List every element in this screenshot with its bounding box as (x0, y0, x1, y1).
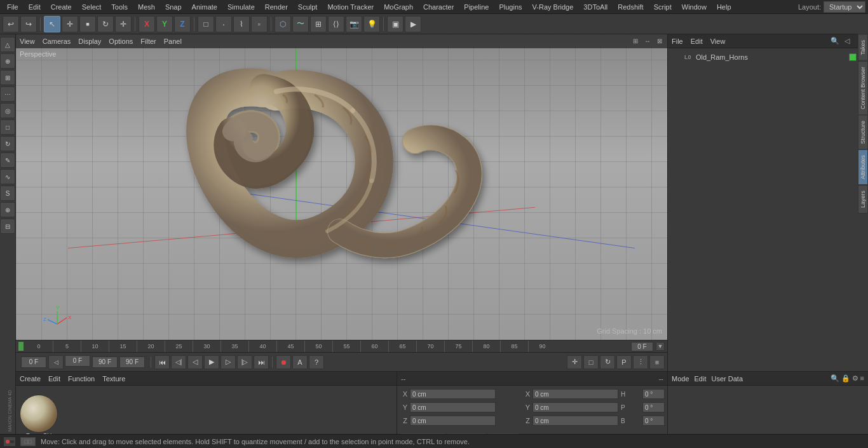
menu-select[interactable]: Select (78, 2, 106, 12)
transform-tool-button[interactable]: ✛ (115, 16, 132, 32)
right-tab-takes[interactable]: Takes (858, 34, 868, 61)
menu-3dtoall[interactable]: 3DToAll (579, 2, 612, 12)
right-tab-structure[interactable]: Structure (858, 115, 868, 150)
menu-redshift[interactable]: Redshift (613, 2, 648, 12)
vp-menu-view[interactable]: View (20, 37, 35, 45)
menu-sculpt[interactable]: Sculpt (294, 2, 322, 12)
move-tool-button[interactable]: ✛ (62, 16, 78, 32)
menu-help[interactable]: Help (712, 2, 736, 12)
menu-pipeline[interactable]: Pipeline (459, 2, 493, 12)
sidebar-btn-10[interactable]: S (0, 186, 15, 201)
axis-x-button[interactable]: X (139, 16, 155, 32)
transport-grid-tool[interactable]: ⋮ (633, 355, 648, 369)
points-mode-button[interactable]: · (215, 16, 232, 32)
menu-tools[interactable]: Tools (107, 2, 132, 12)
sidebar-btn-11[interactable]: ⊕ (0, 202, 15, 217)
sidebar-btn-5[interactable]: ◎ (0, 103, 15, 118)
transport-next-btn[interactable]: ▷ (220, 355, 236, 369)
vp-menu-panel[interactable]: Panel (164, 37, 182, 45)
attrs-header-userdata[interactable]: User Data (712, 375, 743, 383)
mat-header-function[interactable]: Function (68, 375, 95, 383)
vp-icon-3[interactable]: ⊠ (654, 36, 665, 46)
attrs-menu-icon[interactable]: ≡ (860, 374, 864, 383)
transport-to-end-btn[interactable]: ⏭ (254, 355, 269, 369)
vp-menu-cameras[interactable]: Cameras (43, 37, 71, 45)
select-tool-button[interactable]: ↖ (44, 16, 60, 32)
transport-box-tool[interactable]: □ (583, 355, 599, 369)
right-tab-attributes[interactable]: Attributes (858, 149, 868, 185)
rotate-tool-button[interactable]: ↻ (97, 16, 114, 32)
menu-character[interactable]: Character (419, 2, 458, 12)
sidebar-btn-6[interactable]: □ (0, 119, 15, 135)
transport-rotate-tool[interactable]: ↻ (600, 355, 615, 369)
menu-plugins[interactable]: Plugins (494, 2, 526, 12)
menu-render[interactable]: Render (261, 2, 292, 12)
attrs-search-icon[interactable]: 🔍 (831, 374, 839, 383)
menu-snap[interactable]: Snap (161, 2, 186, 12)
sidebar-btn-3[interactable]: ⊞ (0, 70, 15, 85)
menu-script[interactable]: Script (649, 2, 676, 12)
transport-to-start-btn[interactable]: ⏮ (154, 355, 170, 369)
obj-header-view[interactable]: View (710, 37, 726, 45)
material-item[interactable]: Ram_Ski (20, 395, 58, 440)
transport-next-key-btn[interactable]: |▷ (237, 355, 252, 369)
menu-create[interactable]: Create (46, 2, 76, 12)
transport-p-tool[interactable]: P (616, 355, 632, 369)
mat-header-create[interactable]: Create (20, 375, 41, 383)
coord-h-input[interactable] (642, 389, 665, 399)
spline-button[interactable]: 〜 (292, 16, 309, 32)
attrs-header-mode[interactable]: Mode (672, 375, 689, 383)
menu-mesh[interactable]: Mesh (133, 2, 159, 12)
vp-menu-options[interactable]: Options (109, 37, 133, 45)
render-view-button[interactable]: ▣ (387, 16, 403, 32)
sidebar-btn-1[interactable]: △ (0, 37, 15, 52)
menu-mograph[interactable]: MoGraph (379, 2, 417, 12)
undo-button[interactable]: ↩ (3, 16, 19, 32)
polys-mode-button[interactable]: ▫ (251, 16, 268, 32)
attrs-gear-icon[interactable]: ⚙ (852, 374, 858, 383)
transport-back-btn[interactable]: ◁ (48, 355, 64, 369)
vp-menu-filter[interactable]: Filter (140, 37, 156, 45)
attrs-header-edit[interactable]: Edit (695, 375, 707, 383)
light-button[interactable]: 💡 (363, 16, 380, 32)
transport-end-frame2[interactable] (119, 356, 145, 368)
timeline-arrow-btn[interactable]: ▼ (656, 342, 665, 351)
timeline-ruler[interactable]: 0 5 10 15 20 25 30 35 40 45 50 55 60 65 (25, 341, 631, 352)
sidebar-btn-8[interactable]: ✎ (0, 153, 15, 168)
coord-sx-input[interactable] (532, 389, 618, 399)
vp-icon-1[interactable]: ⊞ (630, 36, 641, 46)
vp-menu-display[interactable]: Display (78, 37, 101, 45)
nurbs-button[interactable]: ⊞ (310, 16, 327, 32)
attrs-lock-icon[interactable]: 🔒 (841, 374, 850, 383)
transport-record-btn[interactable]: ⏺ (276, 355, 291, 369)
sidebar-btn-2[interactable]: ⊕ (0, 53, 15, 69)
transport-anim-tool[interactable]: ≡ (649, 355, 665, 369)
menu-file[interactable]: File (3, 2, 23, 12)
menu-simulate[interactable]: Simulate (223, 2, 259, 12)
objects-search-icon[interactable]: 🔍 (830, 37, 840, 45)
transport-prev-key-btn[interactable]: ◁| (171, 355, 186, 369)
sidebar-btn-7[interactable]: ↻ (0, 136, 15, 151)
menu-window[interactable]: Window (677, 2, 711, 12)
sidebar-btn-12[interactable]: ⊟ (0, 219, 15, 234)
transport-move-tool[interactable]: ✛ (567, 355, 582, 369)
timeline-current-frame[interactable] (631, 342, 653, 351)
right-tab-content-browser[interactable]: Content Browser (858, 61, 868, 115)
coord-sy-input[interactable] (532, 402, 618, 412)
coord-z-input[interactable] (410, 416, 496, 426)
sidebar-btn-4[interactable]: ⋯ (0, 86, 15, 102)
axis-z-button[interactable]: Z (174, 16, 191, 32)
menu-vray[interactable]: V-Ray Bridge (528, 2, 578, 12)
deformer-button[interactable]: ⟨⟩ (328, 16, 344, 32)
object-mode-button[interactable]: □ (198, 16, 214, 32)
axis-y-button[interactable]: Y (156, 16, 173, 32)
transport-help-btn[interactable]: ? (309, 355, 324, 369)
menu-animate[interactable]: Animate (187, 2, 222, 12)
status-icon-2[interactable]: □□ (20, 437, 36, 446)
menu-edit[interactable]: Edit (24, 2, 45, 12)
status-icon-1[interactable] (4, 437, 15, 446)
redo-button[interactable]: ↪ (20, 16, 37, 32)
coord-b-input[interactable] (642, 416, 665, 426)
transport-end-frame1[interactable] (92, 356, 118, 368)
right-tab-layers[interactable]: Layers (858, 185, 868, 214)
